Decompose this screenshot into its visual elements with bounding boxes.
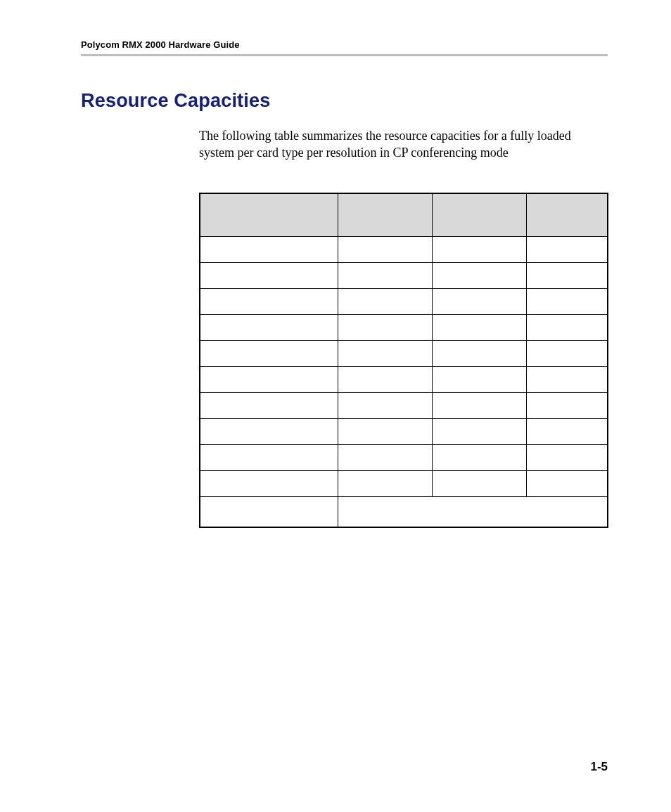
table-cell bbox=[200, 236, 338, 262]
table-cell bbox=[432, 314, 526, 340]
table-cell bbox=[432, 470, 526, 496]
table-row bbox=[200, 340, 608, 366]
table-row bbox=[200, 418, 608, 444]
capacity-table bbox=[199, 193, 608, 528]
table-cell bbox=[526, 314, 608, 340]
table-header-row bbox=[200, 193, 608, 237]
table-row bbox=[200, 444, 608, 470]
table-header-cell bbox=[432, 193, 526, 237]
table-cell bbox=[338, 366, 432, 392]
capacity-table-wrap bbox=[199, 193, 608, 528]
table-cell bbox=[338, 288, 432, 314]
table-header-cell bbox=[338, 193, 432, 237]
table-cell bbox=[338, 392, 432, 418]
table-cell bbox=[338, 444, 432, 470]
table-cell bbox=[200, 288, 338, 314]
table-cell bbox=[432, 288, 526, 314]
table-cell bbox=[432, 236, 526, 262]
page-number: 1-5 bbox=[590, 760, 608, 774]
table-cell bbox=[200, 444, 338, 470]
table-row bbox=[200, 314, 608, 340]
intro-paragraph: The following table summarizes the resou… bbox=[199, 127, 608, 162]
table-cell bbox=[526, 470, 608, 496]
table-cell bbox=[526, 444, 608, 470]
table-cell bbox=[526, 366, 608, 392]
table-header-cell bbox=[200, 193, 338, 237]
table-cell bbox=[200, 314, 338, 340]
table-cell bbox=[338, 314, 432, 340]
table-row bbox=[200, 288, 608, 314]
table-cell bbox=[432, 392, 526, 418]
page: Polycom RMX 2000 Hardware Guide Resource… bbox=[0, 0, 671, 812]
table-cell bbox=[432, 418, 526, 444]
table-cell bbox=[200, 366, 338, 392]
running-head: Polycom RMX 2000 Hardware Guide bbox=[81, 39, 608, 50]
table-cell bbox=[200, 496, 338, 527]
table-cell bbox=[526, 418, 608, 444]
table-cell bbox=[526, 392, 608, 418]
table-cell bbox=[526, 288, 608, 314]
header-rule bbox=[81, 54, 608, 56]
table-cell bbox=[432, 366, 526, 392]
table-cell bbox=[432, 262, 526, 288]
table-cell bbox=[338, 496, 608, 527]
table-cell bbox=[338, 470, 432, 496]
table-header-cell bbox=[526, 193, 608, 237]
table-row bbox=[200, 496, 608, 527]
table-cell bbox=[338, 340, 432, 366]
table-cell bbox=[200, 262, 338, 288]
table-cell bbox=[338, 236, 432, 262]
table-cell bbox=[432, 444, 526, 470]
table-cell bbox=[200, 340, 338, 366]
table-cell bbox=[338, 418, 432, 444]
table-cell bbox=[200, 392, 338, 418]
table-row bbox=[200, 366, 608, 392]
table-cell bbox=[200, 418, 338, 444]
table-cell bbox=[200, 470, 338, 496]
table-cell bbox=[526, 262, 608, 288]
table-row bbox=[200, 392, 608, 418]
table-row bbox=[200, 470, 608, 496]
section-title: Resource Capacities bbox=[81, 90, 608, 112]
table-cell bbox=[526, 340, 608, 366]
table-cell bbox=[432, 340, 526, 366]
table-row bbox=[200, 236, 608, 262]
table-row bbox=[200, 262, 608, 288]
table-cell bbox=[526, 236, 608, 262]
table-cell bbox=[338, 262, 432, 288]
